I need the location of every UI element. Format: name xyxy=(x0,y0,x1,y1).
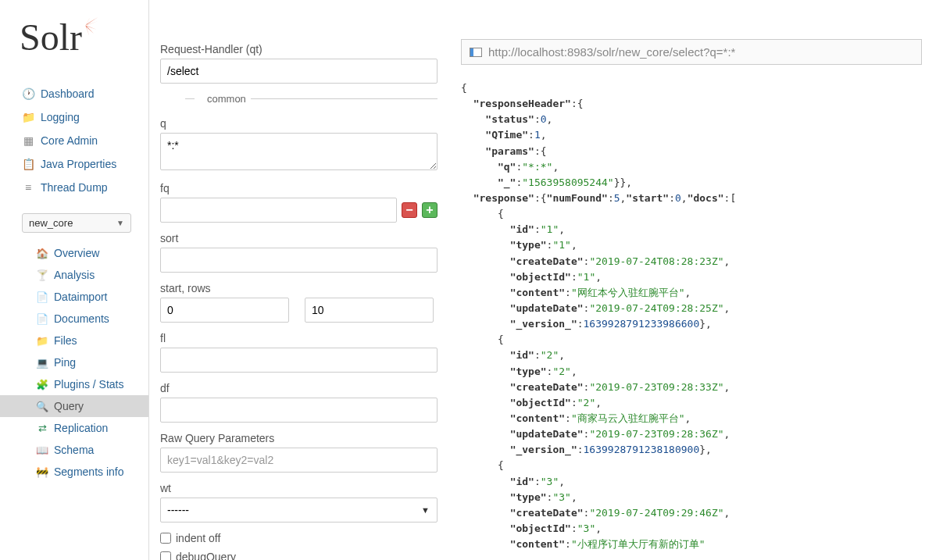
query-icon: 🔍 xyxy=(36,400,48,412)
logo: Solr xyxy=(0,0,148,82)
request-url-box[interactable]: http://localhost:8983/solr/new_core/sele… xyxy=(461,39,922,65)
nav-java-properties[interactable]: 📋 Java Properties xyxy=(0,152,148,176)
segments-icon: 🚧 xyxy=(36,465,48,478)
start-rows-label: start, rows xyxy=(160,282,438,294)
subnav-label: Query xyxy=(54,400,84,412)
indent-off-checkbox[interactable] xyxy=(160,533,171,544)
rows-input[interactable] xyxy=(305,298,434,323)
subnav-analysis[interactable]: 🍸 Analysis xyxy=(0,264,148,286)
subnav-schema[interactable]: 📖 Schema xyxy=(0,439,148,461)
plugins-icon: 🧩 xyxy=(36,378,48,391)
raw-label: Raw Query Parameters xyxy=(160,432,438,444)
core-selector[interactable]: new_core ▼ xyxy=(22,213,131,233)
chevron-down-icon: ▼ xyxy=(116,219,124,227)
wt-select[interactable]: ------ xyxy=(160,498,438,523)
fl-label: fl xyxy=(160,332,438,344)
subnav-label: Schema xyxy=(54,444,94,456)
core-selector-value: new_core xyxy=(29,217,73,229)
subnav-replication[interactable]: ⇄ Replication xyxy=(0,417,148,439)
subnav-label: Documents xyxy=(54,312,109,325)
subnav-label: Overview xyxy=(54,247,99,259)
subnav-plugins[interactable]: 🧩 Plugins / Stats xyxy=(0,373,148,395)
java-properties-icon: 📋 xyxy=(22,158,34,170)
solr-sun-icon xyxy=(72,12,99,39)
subnav-documents[interactable]: 📄 Documents xyxy=(0,308,148,330)
subnav-label: Files xyxy=(54,334,77,347)
ping-icon: 💻 xyxy=(36,356,48,369)
nav-label: Logging xyxy=(41,111,80,123)
common-legend: common xyxy=(202,93,251,105)
subnav-label: Analysis xyxy=(54,269,95,281)
df-label: df xyxy=(160,382,438,394)
fq-add-button[interactable]: + xyxy=(422,202,438,218)
fq-remove-button[interactable]: − xyxy=(402,202,417,218)
qt-label: Request-Handler (qt) xyxy=(160,43,438,55)
indent-off-label: indent off xyxy=(176,532,220,544)
query-form: Request-Handler (qt) common q fq − + sor… xyxy=(160,43,438,560)
nav-label: Thread Dump xyxy=(41,181,108,194)
main-nav: 🕐 Dashboard 📁 Logging ▦ Core Admin 📋 Jav… xyxy=(0,82,148,199)
qt-input[interactable] xyxy=(160,59,438,84)
df-input[interactable] xyxy=(160,398,438,423)
q-label: q xyxy=(160,117,438,130)
divider xyxy=(148,0,149,560)
nav-core-admin[interactable]: ▦ Core Admin xyxy=(0,129,148,152)
subnav-label: Ping xyxy=(54,356,76,369)
logging-icon: 📁 xyxy=(22,111,34,123)
output-area: http://localhost:8983/solr/new_core/sele… xyxy=(461,39,922,552)
wt-label: wt xyxy=(160,482,438,494)
overview-icon: 🏠 xyxy=(36,247,48,259)
nav-label: Java Properties xyxy=(41,158,116,170)
subnav-label: Dataimport xyxy=(54,291,107,303)
nav-thread-dump[interactable]: ≡ Thread Dump xyxy=(0,176,148,199)
dataimport-icon: 📄 xyxy=(36,291,48,303)
debugquery-label: debugQuery xyxy=(176,551,236,560)
subnav-dataimport[interactable]: 📄 Dataimport xyxy=(0,286,148,308)
q-input[interactable] xyxy=(160,133,438,170)
core-admin-icon: ▦ xyxy=(22,134,34,147)
request-url: http://localhost:8983/solr/new_core/sele… xyxy=(488,45,735,59)
core-sub-nav: 🏠 Overview 🍸 Analysis 📄 Dataimport 📄 Doc… xyxy=(0,242,148,483)
nav-logging[interactable]: 📁 Logging xyxy=(0,105,148,129)
analysis-icon: 🍸 xyxy=(36,269,48,281)
link-icon xyxy=(470,48,482,57)
thread-dump-icon: ≡ xyxy=(22,181,34,194)
schema-icon: 📖 xyxy=(36,444,48,456)
subnav-label: Plugins / Stats xyxy=(54,378,124,391)
subnav-files[interactable]: 📁 Files xyxy=(0,330,148,351)
subnav-ping[interactable]: 💻 Ping xyxy=(0,351,148,373)
nav-label: Core Admin xyxy=(41,134,98,147)
raw-input[interactable] xyxy=(160,448,438,473)
sort-input[interactable] xyxy=(160,248,438,273)
fq-label: fq xyxy=(160,182,438,194)
fq-input[interactable] xyxy=(160,198,397,223)
json-response: { "responseHeader":{ "status":0, "QTime"… xyxy=(461,80,922,552)
start-input[interactable] xyxy=(160,298,289,323)
subnav-segments[interactable]: 🚧 Segments info xyxy=(0,461,148,483)
sort-label: sort xyxy=(160,232,438,244)
sidebar: Solr 🕐 Dashboard 📁 Logging xyxy=(0,0,148,560)
documents-icon: 📄 xyxy=(36,312,48,325)
subnav-label: Replication xyxy=(54,422,108,434)
files-icon: 📁 xyxy=(36,334,48,347)
subnav-overview[interactable]: 🏠 Overview xyxy=(0,242,148,264)
fl-input[interactable] xyxy=(160,348,438,373)
nav-label: Dashboard xyxy=(41,87,95,100)
nav-dashboard[interactable]: 🕐 Dashboard xyxy=(0,82,148,105)
subnav-label: Segments info xyxy=(54,465,124,478)
subnav-query[interactable]: 🔍 Query xyxy=(0,395,148,417)
dashboard-icon: 🕐 xyxy=(22,87,34,100)
debugquery-checkbox[interactable] xyxy=(160,551,171,560)
replication-icon: ⇄ xyxy=(36,422,48,434)
